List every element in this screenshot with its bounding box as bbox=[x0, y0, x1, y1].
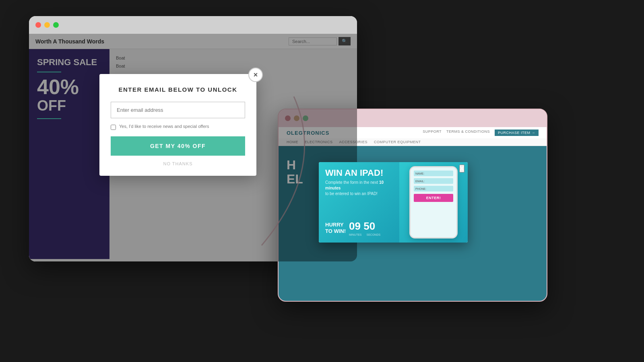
phone-field-name: NAME: bbox=[414, 171, 453, 176]
modal-no-thanks[interactable]: NO THANKS bbox=[111, 161, 245, 166]
timer-labels: MINUTES SECONDS bbox=[349, 233, 380, 236]
label-seconds: SECONDS bbox=[367, 233, 381, 236]
nav-support: SUPPORT bbox=[423, 130, 442, 136]
traffic-light-yellow bbox=[44, 22, 50, 28]
nav-terms: TERMS & CONDITIONS bbox=[446, 130, 490, 136]
phone-field-email: EMAIL: bbox=[414, 178, 453, 184]
ipad-modal: X WIN AN IPAD! Complete the form in the … bbox=[319, 162, 468, 243]
hurry-text: HURRYTO WIN! bbox=[325, 222, 346, 234]
titlebar-1 bbox=[29, 16, 357, 34]
browser-window-1: Worth A Thousand Words 🔍 SPRING SALE 40%… bbox=[29, 16, 357, 261]
ipad-timer: 09 50 bbox=[349, 220, 380, 232]
traffic-light-green bbox=[53, 22, 59, 28]
phone-enter-btn[interactable]: ENTER! bbox=[414, 194, 453, 202]
modal-checkbox[interactable] bbox=[111, 125, 116, 130]
ipad-close-button[interactable]: X bbox=[459, 165, 464, 173]
ipad-modal-content: X WIN AN IPAD! Complete the form in the … bbox=[319, 162, 468, 243]
modal-cta-button[interactable]: GET MY 40% OFF bbox=[111, 136, 245, 156]
modal-checkbox-label: Yes, I'd like to receive news and specia… bbox=[119, 124, 209, 129]
modal-checkbox-row: Yes, I'd like to receive news and specia… bbox=[111, 124, 245, 130]
traffic-light-red bbox=[35, 22, 41, 28]
phone-mockup: NAME: EMAIL: PHONE: ENTER! bbox=[409, 166, 458, 239]
ipad-modal-right: NAME: EMAIL: PHONE: ENTER! bbox=[399, 162, 468, 243]
modal-heading: ENTER EMAIL BELOW TO UNLOCK bbox=[111, 86, 245, 93]
ipad-description: Complete the form in the next 10 minutes… bbox=[325, 180, 394, 197]
phone-screen: NAME: EMAIL: PHONE: ENTER! bbox=[411, 167, 456, 237]
modal-close-button[interactable]: × bbox=[248, 68, 263, 82]
ipad-modal-left: X WIN AN IPAD! Complete the form in the … bbox=[319, 162, 399, 243]
label-minutes: MINUTES bbox=[349, 233, 362, 236]
ipad-hurry: HURRYTO WIN! 09 50 MINUTES SECONDS bbox=[325, 220, 394, 236]
timer-seconds: 50 bbox=[363, 220, 375, 232]
browser-content-1: Worth A Thousand Words 🔍 SPRING SALE 40%… bbox=[29, 34, 357, 261]
phone-field-phone: PHONE: bbox=[414, 186, 453, 191]
subnav-computer[interactable]: COMPUTER EQUIPMENT bbox=[374, 140, 421, 144]
purchase-btn[interactable]: PURCHASE ITEM → bbox=[495, 130, 539, 136]
site-nav-2: SUPPORT TERMS & CONDITIONS PURCHASE ITEM… bbox=[423, 130, 539, 136]
timer-minutes: 09 bbox=[349, 220, 361, 232]
ipad-win-title: WIN AN IPAD! bbox=[325, 169, 394, 177]
modal-popup: × ENTER EMAIL BELOW TO UNLOCK Yes, I'd l… bbox=[99, 74, 256, 176]
modal-email-input[interactable] bbox=[111, 102, 245, 118]
